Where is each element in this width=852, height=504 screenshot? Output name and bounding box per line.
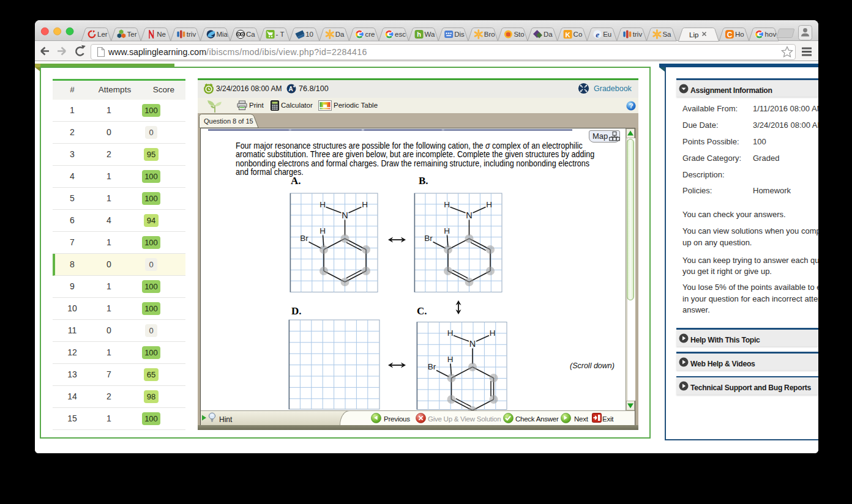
svg-text:H: H [447, 328, 454, 338]
svg-text:triv: triv [633, 31, 643, 38]
svg-text:hov: hov [765, 31, 777, 38]
svg-text:www.saplinglearning.com/ibiscm: www.saplinglearning.com/ibiscms/mod/ibis… [108, 47, 367, 57]
svg-text:H: H [490, 328, 496, 338]
svg-text:Sa: Sa [662, 31, 671, 38]
svg-text:H: H [320, 226, 326, 235]
svg-text:N: N [466, 210, 472, 220]
svg-text:Sto: Sto [514, 31, 524, 38]
svg-text:H: H [444, 226, 450, 235]
svg-text:- T: - T [276, 31, 285, 38]
svg-text:Br: Br [300, 234, 308, 243]
svg-text:Lip: Lip [689, 31, 698, 39]
svg-text:Dis: Dis [454, 31, 465, 38]
svg-text:C: C [727, 31, 733, 39]
svg-text:esc: esc [395, 31, 406, 38]
svg-text:Question 8 of 15: Question 8 of 15 [204, 117, 253, 125]
svg-text:A: A [288, 86, 293, 92]
svg-text:H: H [320, 200, 326, 209]
svg-text:Eu: Eu [603, 31, 611, 38]
svg-text:Da: Da [544, 31, 553, 38]
svg-text:e: e [596, 30, 599, 39]
svg-text:Ca: Ca [246, 31, 255, 38]
svg-text:Ne: Ne [157, 31, 166, 38]
svg-text:H: H [447, 355, 454, 364]
svg-text:triv: triv [187, 31, 196, 38]
svg-text:Mia: Mia [216, 31, 228, 38]
svg-text:Wa: Wa [425, 31, 435, 38]
svg-text:D.: D. [291, 305, 302, 317]
svg-text:N: N [342, 210, 348, 220]
svg-text:Ter: Ter [127, 31, 137, 38]
svg-text:cre: cre [365, 31, 375, 38]
svg-text:h: h [417, 31, 421, 38]
svg-text:H: H [486, 200, 492, 209]
svg-text:Ho: Ho [735, 31, 744, 38]
svg-text:H: H [444, 200, 450, 209]
svg-text:C.: C. [417, 305, 427, 317]
svg-text:B.: B. [419, 175, 428, 187]
svg-text:Co: Co [574, 31, 583, 38]
svg-text:K: K [565, 31, 570, 39]
svg-text:Ler: Ler [97, 31, 108, 38]
svg-text:N: N [469, 339, 476, 349]
svg-text:Bro: Bro [484, 31, 495, 38]
svg-text:Br: Br [428, 362, 436, 371]
svg-text:10: 10 [305, 31, 313, 38]
svg-text:Br: Br [424, 234, 433, 243]
svg-text:Da: Da [335, 31, 345, 38]
svg-text:?: ? [629, 102, 633, 109]
svg-text:H: H [362, 200, 368, 209]
